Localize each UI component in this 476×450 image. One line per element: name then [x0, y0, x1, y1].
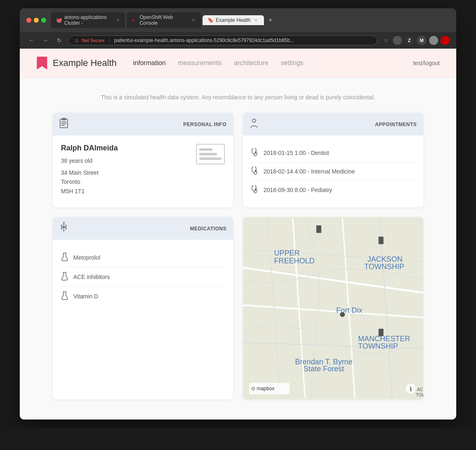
reload-button[interactable]: ↻ — [54, 35, 64, 45]
svg-rect-30 — [316, 225, 321, 233]
patient-address: 34 Main Street Toronto M5H 1T1 — [61, 168, 196, 196]
appointments-body: 2018-01-15 1:00 - Dentist — [243, 136, 423, 207]
svg-point-9 — [255, 170, 257, 171]
app-container: Example Health information measurements … — [20, 49, 456, 420]
nav-architecture[interactable]: architecture — [234, 58, 268, 68]
svg-text:Fort Dix: Fort Dix — [336, 306, 362, 314]
medication-text-3: Vitamin D — [73, 293, 98, 300]
address-line2: Toronto — [61, 177, 196, 186]
back-button[interactable]: ← — [26, 35, 36, 45]
tab-close-1[interactable]: ✕ — [116, 17, 120, 23]
close-button[interactable] — [26, 18, 31, 23]
medications-body: Metoprolol ACE inhibitors — [53, 240, 233, 314]
svg-text:FREEHOLD: FREEHOLD — [274, 257, 315, 265]
clipboard-icon — [59, 118, 68, 131]
flask-icon-2 — [61, 272, 68, 282]
map-svg: UPPER FREEHOLD JACKSON TOWNSHIP Fort Dix… — [243, 217, 423, 399]
tab-close-2[interactable]: ✕ — [191, 17, 196, 23]
tab-close-3[interactable]: ✕ — [253, 17, 259, 23]
new-tab-button[interactable]: + — [266, 15, 275, 25]
svg-point-5 — [252, 119, 256, 122]
svg-line-17 — [64, 222, 65, 223]
medication-item-2: ACE inhibitors — [61, 267, 225, 287]
user-avatar-icon[interactable] — [429, 36, 438, 45]
svg-text:State Forest: State Forest — [303, 365, 344, 373]
patient-age: 38 years old — [61, 157, 196, 164]
browser-toolbar: ← → ↻ ⚠ Not Secure | patientui-example-h… — [20, 32, 456, 49]
appointments-card-header: APPOINTMENTS — [243, 113, 423, 136]
id-card-icon — [196, 144, 225, 164]
browser-actions: ☆ Z M — [381, 35, 450, 45]
patient-name: Ralph DAlmeida — [61, 144, 196, 152]
medication-text-2: ACE inhibitors — [73, 274, 110, 280]
main-content: This is a simulated health data system. … — [20, 77, 456, 416]
personal-info-card-header: PERSONAL INFO — [53, 113, 233, 136]
maximize-button[interactable] — [41, 18, 46, 23]
traffic-lights — [26, 18, 46, 23]
medications-card-header: MEDICATIONS — [53, 217, 233, 240]
browser-titlebar: 🐙 antons-applications Cluster - ✕ ● Open… — [20, 8, 456, 32]
browser-tab-2[interactable]: ● OpenShift Web Console ✕ — [127, 12, 201, 28]
flask-icon-3 — [61, 291, 68, 302]
personal-info-title: PERSONAL INFO — [183, 122, 226, 127]
svg-rect-31 — [378, 237, 383, 244]
map-card: UPPER FREEHOLD JACKSON TOWNSHIP Fort Dix… — [243, 217, 423, 399]
stethoscope-icon-3 — [251, 185, 259, 195]
medication-list: Metoprolol ACE inhibitors — [61, 248, 225, 306]
app-logo: Example Health — [36, 56, 117, 70]
id-card-line-1 — [199, 148, 212, 151]
app-header: Example Health information measurements … — [20, 49, 456, 77]
svg-text:MANCHESTER: MANCHESTER — [358, 335, 410, 343]
minimize-button[interactable] — [34, 18, 39, 23]
svg-point-6 — [255, 152, 257, 153]
tabs-bar: 🐙 antons-applications Cluster - ✕ ● Open… — [51, 12, 450, 28]
medication-item-3: Vitamin D — [61, 287, 225, 306]
personal-info-card: PERSONAL INFO Ralph DAlmeida 38 years ol… — [53, 113, 233, 207]
svg-text:⊙ mapbox: ⊙ mapbox — [251, 386, 274, 391]
appointment-item-1: 2018-01-15 1:00 - Dentist — [251, 144, 415, 162]
svg-text:TOWN: TOWN — [416, 392, 423, 397]
browser-window: 🐙 antons-applications Cluster - ✕ ● Open… — [20, 8, 456, 420]
tab-label-1: antons-applications Cluster - — [64, 14, 113, 26]
profile-icon[interactable] — [393, 36, 402, 45]
map-placeholder: UPPER FREEHOLD JACKSON TOWNSHIP Fort Dix… — [243, 217, 423, 399]
tab-favicon-3: 🔖 — [208, 17, 213, 23]
patient-info-left: Ralph DAlmeida 38 years old 34 Main Stre… — [61, 144, 196, 196]
appointment-text-2: 2018-02-14 4:00 - Internal Medicine — [264, 168, 355, 175]
svg-text:JACKSON: JACKSON — [367, 255, 403, 263]
forward-button[interactable]: → — [40, 35, 50, 45]
address-line1: 34 Main Street — [61, 168, 196, 177]
user-logout[interactable]: test/logout — [413, 60, 440, 66]
svg-text:TOWNSHIP: TOWNSHIP — [364, 262, 404, 271]
svg-text:ℹ: ℹ — [410, 386, 412, 392]
browser-tab-1[interactable]: 🐙 antons-applications Cluster - ✕ — [51, 12, 125, 28]
cards-grid: PERSONAL INFO Ralph DAlmeida 38 years ol… — [53, 113, 423, 399]
browser-tab-3[interactable]: 🔖 Example Health ✕ — [203, 15, 264, 25]
medications-title: MEDICATIONS — [190, 226, 226, 232]
appointments-card: APPOINTMENTS — [243, 113, 423, 207]
personal-info-content: Ralph DAlmeida 38 years old 34 Main Stre… — [61, 144, 225, 196]
app-nav: information measurements architecture se… — [133, 58, 413, 68]
flask-icon-1 — [61, 252, 68, 263]
nav-measurements[interactable]: measurements — [178, 58, 222, 68]
id-card-lines — [197, 146, 224, 162]
extension-red-icon[interactable] — [441, 36, 450, 45]
security-label: Not Secure — [82, 38, 105, 43]
url-text: patientui-example-health.antons-applicat… — [114, 38, 294, 43]
address-line3: M5H 1T1 — [61, 187, 196, 196]
medication-text-1: Metoprolol — [73, 254, 100, 261]
extension-z-icon[interactable]: Z — [404, 35, 414, 45]
app-title: Example Health — [53, 58, 117, 68]
bookmark-icon[interactable]: ☆ — [381, 36, 390, 45]
medications-card: MEDICATIONS Metoprol — [53, 217, 233, 399]
person-icon — [250, 118, 259, 131]
address-bar[interactable]: ⚠ Not Secure | patientui-example-health.… — [68, 35, 377, 45]
nav-information[interactable]: information — [133, 58, 166, 68]
caduceus-icon — [59, 222, 68, 235]
nav-settings[interactable]: settings — [281, 58, 303, 68]
disclaimer-text: This is a simulated health data system. … — [53, 94, 423, 101]
tab-favicon-1: 🐙 — [56, 17, 62, 23]
svg-line-16 — [63, 222, 64, 223]
logo-bookmark-icon — [36, 56, 48, 70]
extension-m-icon[interactable]: M — [417, 35, 427, 45]
